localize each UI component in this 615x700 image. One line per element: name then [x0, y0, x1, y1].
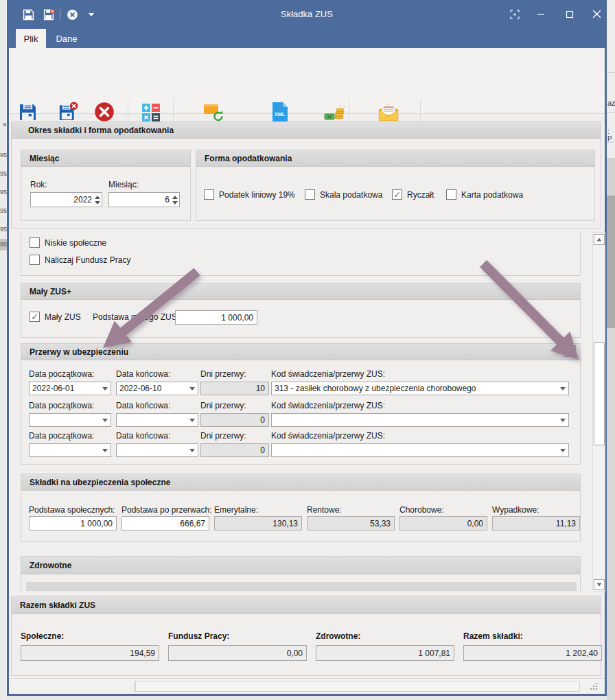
rentowe-input: 53,33	[307, 516, 395, 530]
data-koncowa-combo-1[interactable]: 2022-06-10	[116, 382, 198, 395]
spoleczne-total-label: Społeczne:	[21, 631, 64, 641]
data-koncowa-label: Data końcowa:	[116, 401, 170, 410]
kod-swiadczenia-combo-3[interactable]	[271, 443, 569, 457]
checkbox-karta-podatkowa[interactable]	[446, 189, 456, 200]
data-poczatkowa-combo-1[interactable]: 2022-06-01	[29, 382, 111, 395]
minimize-button[interactable]	[531, 5, 551, 23]
scroll-panel: Niskie społeczne Naliczaj Fundusz Pracy …	[11, 232, 592, 592]
bg-fragment: : P	[607, 128, 615, 143]
chevron-down-icon	[560, 419, 566, 422]
podstawa-malego-zus-label: Podstawa małego ZUS:	[93, 312, 179, 322]
kod-swiadczenia-combo-2[interactable]	[271, 413, 569, 427]
kod-swiadczenia-combo-1[interactable]: 313 - zasiłek chorobowy z ubezpieczenia …	[271, 382, 569, 395]
checkbox-niskie-spoleczne[interactable]	[30, 237, 40, 248]
status-bar	[9, 678, 605, 694]
chevron-down-icon	[102, 449, 108, 452]
background-window-right-strip: az : P	[607, 0, 615, 700]
checkbox-naliczaj-fundusz[interactable]	[30, 255, 40, 265]
tab-plik[interactable]: Plik	[16, 29, 46, 48]
envelope-icon	[356, 99, 421, 122]
zdrowotne-total-input: 1 007,81	[316, 645, 454, 661]
podstawa-spolecznych-input[interactable]: 1 000,00	[29, 516, 117, 530]
podstawa-malego-zus-input[interactable]: 1 000,00	[175, 310, 257, 325]
data-koncowa-label: Data końcowa:	[116, 369, 170, 379]
save-icon[interactable]	[21, 7, 36, 22]
emerytalne-input: 130,13	[214, 516, 302, 530]
dni-przerwy-label: Dni przerwy:	[200, 369, 246, 379]
data-koncowa-combo-3[interactable]	[116, 443, 198, 457]
xml-file-icon: XML	[251, 99, 310, 122]
miesiac-spinner[interactable]: 6	[108, 192, 180, 207]
bg-fragment: 95	[0, 189, 7, 196]
dni-przerwy-input-1: 10	[200, 382, 269, 395]
vertical-scrollbar[interactable]	[592, 232, 605, 592]
miesiac-label: Miesiąc:	[108, 180, 139, 189]
rentowe-label: Rentowe:	[307, 505, 342, 515]
razem-skladki-total-input: 1 202,40	[463, 645, 602, 661]
checkbox-maly-zus[interactable]: ✓	[30, 312, 40, 322]
zdrowotne-subheader-partial	[26, 582, 577, 591]
checkbox-ryczalt-label: Ryczałt	[407, 190, 434, 200]
background-window-left-strip: a 95 95 95 95 95 80	[0, 0, 7, 700]
group-przerwy-header: Przerwy w ubezpieczeniu	[21, 344, 580, 360]
kod-swiadczenia-label: Kod świadczenia/przerwy ZUS:	[271, 369, 385, 379]
rok-label: Rok:	[30, 180, 47, 189]
kod-swiadczenia-label: Kod świadczenia/przerwy ZUS:	[271, 401, 385, 410]
qat-dropdown-icon[interactable]	[84, 7, 99, 22]
data-poczatkowa-label: Data początkowa:	[29, 369, 94, 379]
group-zdrowotne-header: Zdrowotne	[21, 557, 580, 574]
dni-przerwy-input-2: 0	[200, 413, 269, 427]
chevron-down-icon	[560, 449, 566, 452]
rok-spinner[interactable]: 2022	[30, 192, 102, 207]
focus-mode-icon[interactable]	[504, 5, 525, 23]
spinner-arrows-icon[interactable]	[95, 196, 100, 205]
save-icon	[11, 99, 44, 122]
cancel-icon[interactable]	[65, 7, 80, 22]
ribbon-tab-row: Plik Dane	[9, 29, 605, 48]
checkbox-podatek-liniowy[interactable]	[204, 189, 214, 200]
chevron-up-icon	[567, 349, 573, 353]
save-close-icon[interactable]	[41, 7, 56, 22]
group-razem-header: Razem składki ZUS	[12, 596, 601, 614]
podstawa-spolecznych-label: Podstawa społecznych:	[29, 505, 115, 515]
status-separator	[134, 681, 135, 692]
chevron-down-icon	[560, 387, 566, 390]
scroll-down-button[interactable]	[594, 579, 605, 590]
checkbox-skala-podatkowa[interactable]	[305, 189, 315, 200]
wypadkowe-label: Wypadkowe:	[492, 505, 539, 515]
tab-dane[interactable]: Dane	[49, 29, 84, 48]
close-button[interactable]	[586, 5, 607, 23]
wypadkowe-input: 11,13	[492, 516, 580, 530]
qat-separator	[60, 9, 60, 20]
fundusz-pracy-total-label: Fundusz Pracy:	[168, 631, 229, 641]
data-koncowa-combo-2[interactable]	[116, 413, 198, 427]
resize-grip[interactable]	[589, 681, 599, 694]
chevron-down-icon	[189, 449, 195, 452]
group-okres-header: Okres składki i forma opodatkowania	[12, 122, 601, 139]
checkbox-ryczalt[interactable]: ✓	[392, 189, 402, 200]
przerwy-collapse-button[interactable]	[564, 345, 576, 357]
ribbon: Zapisz Zapisz i zamknij Anuluj i zamknij…	[9, 48, 605, 114]
chorobowe-input: 0,00	[399, 516, 487, 530]
dni-przerwy-input-3: 0	[200, 443, 269, 457]
data-poczatkowa-combo-2[interactable]	[29, 413, 111, 427]
bg-fragment: 95	[0, 207, 7, 214]
chorobowe-label: Chorobowe:	[399, 505, 444, 515]
maximize-button[interactable]	[559, 5, 580, 23]
app-root: a 95 95 95 95 95 80 az : P Składka ZUS	[0, 0, 615, 700]
bg-fragment: 95	[0, 152, 7, 159]
spinner-arrows-icon[interactable]	[172, 196, 178, 205]
cancel-icon	[82, 99, 126, 122]
chevron-down-icon	[189, 387, 195, 390]
triangle-up-icon	[596, 237, 602, 242]
podstawa-po-przerwach-input[interactable]: 666,67	[121, 516, 209, 530]
money-transfer-icon	[314, 99, 356, 122]
data-poczatkowa-combo-3[interactable]	[29, 443, 111, 457]
dni-przerwy-label: Dni przerwy:	[200, 401, 246, 410]
checkbox-niskie-spoleczne-label: Niskie społeczne	[45, 238, 106, 248]
group-maly-zus: Mały ZUS+	[21, 283, 581, 338]
scrollbar-thumb[interactable]	[594, 342, 605, 445]
data-poczatkowa-label: Data początkowa:	[29, 401, 94, 410]
scroll-up-button[interactable]	[594, 234, 605, 245]
spoleczne-total-input: 194,59	[21, 645, 159, 661]
